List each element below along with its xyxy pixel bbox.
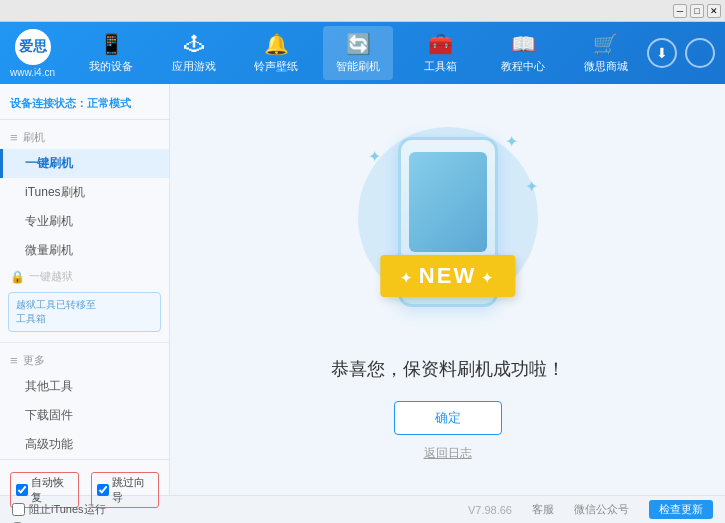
sidebar-item-pro-flash[interactable]: 专业刷机	[0, 207, 169, 236]
sidebar-item-one-key-flash[interactable]: 一键刷机	[0, 149, 169, 178]
service-link[interactable]: 客服	[532, 502, 554, 517]
smart-flash-icon: 🔄	[346, 32, 371, 56]
phone-screen	[409, 152, 487, 252]
header: 爱思 www.i4.cn 📱 我的设备 🕹 应用游戏 🔔 铃声壁纸 🔄 智能刷机…	[0, 22, 725, 84]
close-btn[interactable]: ✕	[707, 4, 721, 18]
user-btn[interactable]: 👤	[685, 38, 715, 68]
bottom-right: V7.98.66 客服 微信公众号 检查更新	[468, 500, 713, 519]
sidebar-item-other-tools[interactable]: 其他工具	[0, 372, 169, 401]
section-header-more: ≡ 更多	[0, 349, 169, 372]
app-games-icon: 🕹	[184, 33, 204, 56]
nav-item-toolbox[interactable]: 🧰 工具箱	[406, 26, 476, 80]
sidebar-item-download-firmware[interactable]: 下载固件	[0, 401, 169, 430]
section-label-more: 更多	[23, 353, 45, 368]
wechat-link[interactable]: 微信公众号	[574, 502, 629, 517]
logo-url: www.i4.cn	[10, 67, 55, 78]
skip-wizard-input[interactable]	[97, 484, 109, 496]
my-device-icon: 📱	[99, 32, 124, 56]
weisi-mall-icon: 🛒	[593, 32, 618, 56]
sidebar-divider	[0, 342, 169, 343]
nav-item-weisi-mall[interactable]: 🛒 微思商城	[571, 26, 641, 80]
ringtone-icon: 🔔	[264, 32, 289, 56]
maximize-btn[interactable]: □	[690, 4, 704, 18]
auto-restore-input[interactable]	[16, 484, 28, 496]
back-link[interactable]: 返回日志	[424, 445, 472, 462]
sidebar: 设备连接状态：正常模式 ≡ 刷机 一键刷机 iTunes刷机 专业刷机 微量刷机…	[0, 84, 170, 495]
status-value: 正常模式	[87, 97, 131, 109]
confirm-button[interactable]: 确定	[394, 401, 502, 435]
sparkle-3: ✦	[525, 177, 538, 196]
stop-itunes-label[interactable]: 阻止iTunes运行	[29, 502, 106, 517]
connection-status: 设备连接状态：正常模式	[0, 92, 169, 120]
sidebar-item-itunes-flash[interactable]: iTunes刷机	[0, 178, 169, 207]
content-area: ✦ ✦ ✦ NEW 恭喜您，保资料刷机成功啦！ 确定 返回日志	[170, 84, 725, 495]
success-illustration: ✦ ✦ ✦ NEW	[338, 117, 558, 337]
nav-item-tutorial[interactable]: 📖 教程中心	[488, 26, 558, 80]
nav-item-app-games[interactable]: 🕹 应用游戏	[159, 27, 229, 80]
bottom-left: 阻止iTunes运行	[12, 502, 106, 517]
sparkle-2: ✦	[505, 132, 518, 151]
nav-item-ringtone[interactable]: 🔔 铃声壁纸	[241, 26, 311, 80]
section-label-flash: 刷机	[23, 130, 45, 145]
sidebar-item-advanced[interactable]: 高级功能	[0, 430, 169, 459]
logo-area: 爱思 www.i4.cn	[10, 29, 55, 78]
lock-icon: 🔒	[10, 270, 25, 284]
main-content: 设备连接状态：正常模式 ≡ 刷机 一键刷机 iTunes刷机 专业刷机 微量刷机…	[0, 84, 725, 495]
nav-label-tutorial: 教程中心	[501, 59, 545, 74]
new-badge: NEW	[380, 255, 515, 297]
nav-bar: 📱 我的设备 🕹 应用游戏 🔔 铃声壁纸 🔄 智能刷机 🧰 工具箱 📖 教程中心…	[70, 26, 647, 80]
version-label: V7.98.66	[468, 504, 512, 516]
title-bar: ─ □ ✕	[0, 0, 725, 22]
device-info: 📱 iPhone 12 mini 64GB Down-12mini-13,1	[8, 518, 161, 523]
update-button[interactable]: 检查更新	[649, 500, 713, 519]
stop-itunes-checkbox[interactable]	[12, 503, 25, 516]
flash-section-icon: ≡	[10, 130, 18, 145]
minimize-btn[interactable]: ─	[673, 4, 687, 18]
nav-label-ringtone: 铃声壁纸	[254, 59, 298, 74]
header-right: ⬇ 👤	[647, 38, 715, 68]
nav-label-smart-flash: 智能刷机	[336, 59, 380, 74]
download-btn[interactable]: ⬇	[647, 38, 677, 68]
success-title: 恭喜您，保资料刷机成功啦！	[331, 357, 565, 381]
sidebar-note: 越狱工具已转移至工具箱	[8, 292, 161, 332]
toolbox-icon: 🧰	[428, 32, 453, 56]
logo-icon: 爱思	[15, 29, 51, 65]
sparkle-1: ✦	[368, 147, 381, 166]
section-header-flash: ≡ 刷机	[0, 126, 169, 149]
nav-label-weisi-mall: 微思商城	[584, 59, 628, 74]
sidebar-item-micro-flash[interactable]: 微量刷机	[0, 236, 169, 265]
nav-item-my-device[interactable]: 📱 我的设备	[76, 26, 146, 80]
nav-item-smart-flash[interactable]: 🔄 智能刷机	[323, 26, 393, 80]
nav-label-my-device: 我的设备	[89, 59, 133, 74]
sidebar-locked-jailbreak: 🔒 一键越狱	[0, 265, 169, 288]
tutorial-icon: 📖	[511, 32, 536, 56]
nav-label-app-games: 应用游戏	[172, 59, 216, 74]
more-section-icon: ≡	[10, 353, 18, 368]
nav-label-toolbox: 工具箱	[424, 59, 457, 74]
status-label: 设备连接状态：	[10, 97, 87, 109]
